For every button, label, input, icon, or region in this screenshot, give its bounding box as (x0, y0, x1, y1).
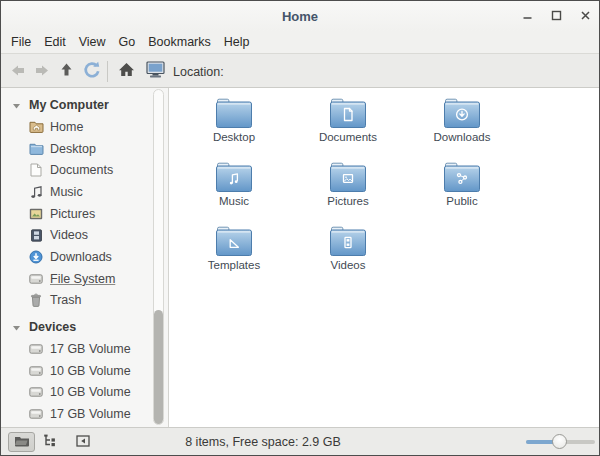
zoom-slider[interactable] (526, 428, 595, 455)
document-icon (28, 162, 44, 178)
sidebar-item-music[interactable]: Music (1, 181, 168, 203)
download-icon (28, 249, 44, 265)
trash-icon (28, 292, 44, 308)
up-button[interactable] (55, 54, 77, 89)
computer-button[interactable] (142, 54, 168, 89)
places-icon (14, 433, 30, 451)
folder-item-pictures[interactable]: Pictures (291, 159, 405, 223)
menu-item-bookmarks[interactable]: Bookmarks (147, 33, 212, 51)
refresh-icon (82, 61, 102, 83)
folder-item-downloads[interactable]: Downloads (405, 95, 519, 159)
sidebar-item-documents[interactable]: Documents (1, 159, 168, 181)
folder-item-documents[interactable]: Documents (291, 95, 405, 159)
toggle-sidebar-icon (76, 433, 90, 451)
picture-icon (28, 206, 44, 222)
sidebar-item-10-gb-volume[interactable]: 10 GB Volume (1, 360, 168, 382)
toggle-sidebar-button[interactable] (71, 432, 95, 452)
sidebar-section-header[interactable]: My Computer (1, 93, 168, 116)
computer-icon (145, 61, 166, 82)
maximize-icon (551, 7, 562, 25)
close-button[interactable] (579, 10, 591, 22)
sidebar-item-label: Documents (50, 163, 113, 177)
window-controls (521, 1, 591, 31)
folder-icon (28, 141, 44, 157)
home-button[interactable] (114, 54, 138, 89)
zoom-slider-thumb[interactable] (552, 434, 567, 449)
forward-button[interactable] (31, 54, 53, 89)
sidebar-item-10-gb-volume[interactable]: 10 GB Volume (1, 382, 168, 404)
sidebar-item-trash[interactable]: Trash (1, 290, 168, 312)
sidebar-scrollbar-thumb[interactable] (154, 310, 163, 424)
sidebar-item-label: Videos (50, 228, 88, 242)
file-view[interactable]: Desktop Documents Downloads Music (170, 88, 599, 427)
sidebar-item-label: 17 GB Volume (50, 342, 131, 356)
menubar: File Edit View Go Bookmarks Help (1, 31, 599, 53)
sidebar-item-pictures[interactable]: Pictures (1, 203, 168, 225)
titlebar[interactable]: Home (1, 1, 599, 31)
arrow-left-icon (10, 63, 26, 81)
video-icon (28, 227, 44, 243)
refresh-button[interactable] (79, 54, 105, 89)
sidebar-scrollbar[interactable] (153, 89, 164, 425)
folder-label: Music (219, 195, 249, 207)
location-label: Location: (173, 54, 224, 89)
sidebar-item-label: Music (50, 185, 83, 199)
toolbar-separator (107, 61, 108, 82)
home-icon (118, 62, 135, 81)
folder-label: Videos (331, 259, 366, 271)
expander-triangle-icon[interactable] (12, 318, 21, 336)
close-icon (580, 7, 591, 25)
folder-item-videos[interactable]: Videos (291, 223, 405, 287)
sidebar-item-videos[interactable]: Videos (1, 224, 168, 246)
menu-item-help[interactable]: Help (223, 33, 251, 51)
arrow-right-icon (34, 63, 50, 81)
folder-label: Documents (319, 131, 377, 143)
home-folder-icon (28, 119, 44, 135)
music-note-icon (28, 184, 44, 200)
folder-item-desktop[interactable]: Desktop (177, 95, 291, 159)
menu-item-go[interactable]: Go (118, 33, 137, 51)
sidebar-item-label: File System (50, 272, 115, 286)
sidebar-item-downloads[interactable]: Downloads (1, 246, 168, 268)
folder-label: Public (446, 195, 477, 207)
arrow-up-icon (60, 62, 73, 81)
folder-label: Templates (208, 259, 260, 271)
show-places-button[interactable] (8, 432, 35, 452)
folder-item-music[interactable]: Music (177, 159, 291, 223)
sidebar: My Computer Home Desktop Documents Music… (1, 88, 169, 427)
status-text: 8 items, Free space: 2.9 GB (185, 428, 341, 455)
treeview-icon (43, 433, 58, 451)
maximize-button[interactable] (550, 10, 562, 22)
folder-grid: Desktop Documents Downloads Music (177, 95, 519, 287)
drive-icon (28, 363, 44, 379)
sidebar-item-file-system[interactable]: File System (1, 268, 168, 290)
sidebar-item-label: Trash (50, 293, 82, 307)
sidebar-item-label: Home (50, 120, 83, 134)
menu-item-edit[interactable]: Edit (43, 33, 67, 51)
sidebar-item-desktop[interactable]: Desktop (1, 138, 168, 160)
expander-triangle-icon[interactable] (12, 96, 21, 114)
drive-icon (28, 384, 44, 400)
sidebar-item-home[interactable]: Home (1, 116, 168, 138)
folder-label: Pictures (327, 195, 369, 207)
folder-label: Desktop (213, 131, 255, 143)
sidebar-section-label: My Computer (29, 98, 109, 112)
show-treeview-button[interactable] (38, 432, 62, 452)
toolbar: Location: (1, 53, 599, 88)
sidebar-item-17-gb-volume[interactable]: 17 GB Volume (1, 403, 168, 425)
sidebar-item-label: 10 GB Volume (50, 364, 131, 378)
sidebar-item-17-gb-volume[interactable]: 17 GB Volume (1, 338, 168, 360)
menu-item-file[interactable]: File (10, 33, 32, 51)
drive-icon (28, 271, 44, 287)
sidebar-item-label: Pictures (50, 207, 95, 221)
folder-item-templates[interactable]: Templates (177, 223, 291, 287)
folder-item-public[interactable]: Public (405, 159, 519, 223)
sidebar-item-label: 17 GB Volume (50, 407, 131, 421)
minimize-button[interactable] (521, 10, 533, 22)
back-button[interactable] (7, 54, 29, 89)
sidebar-section-label: Devices (29, 320, 76, 334)
sidebar-item-label: Downloads (50, 250, 112, 264)
menu-item-view[interactable]: View (78, 33, 107, 51)
sidebar-item-label: Desktop (50, 142, 96, 156)
sidebar-section-header[interactable]: Devices (1, 315, 168, 338)
